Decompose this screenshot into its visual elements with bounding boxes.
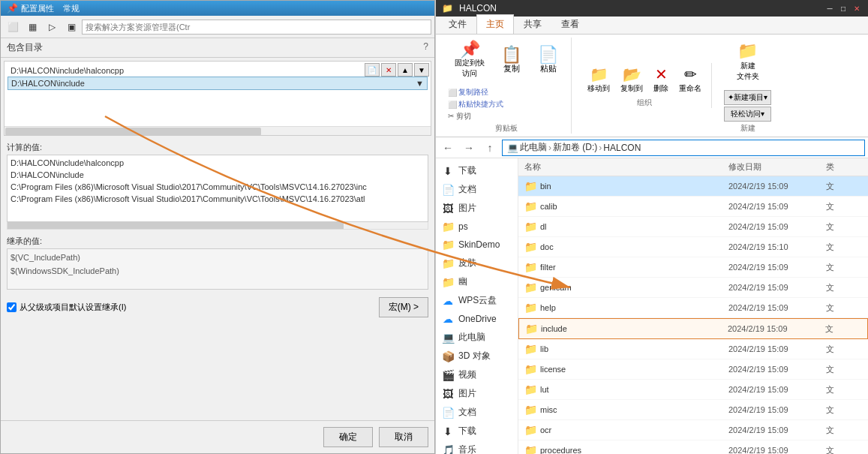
new-folder-button[interactable]: 📁 新建 文件夹 — [730, 38, 766, 86]
nav-skin-label: 皮肤 — [458, 257, 476, 269]
inherit-checkbox[interactable] — [7, 302, 17, 312]
toolbar-btn-4[interactable]: ▣ — [62, 19, 80, 35]
file-row-ocr[interactable]: 📁 ocr 2024/2/19 15:09 文 — [518, 420, 868, 440]
copy-button[interactable]: 📋 复制 — [494, 43, 528, 78]
minimize-button[interactable]: ─ — [824, 3, 835, 14]
delete-btn[interactable]: ✕ — [381, 63, 396, 77]
ribbon-bar: 📌 固定到快 访问 📋 复制 📄 粘贴 ⬜ 复制路径 ⬜ — [436, 35, 868, 137]
nav-misc-icon: 📁 — [442, 276, 454, 288]
file-date-ocr: 2024/2/19 15:09 — [725, 424, 823, 436]
folder-icon-help: 📁 — [524, 302, 537, 314]
file-row-procedures[interactable]: 📁 procedures 2024/2/19 15:09 文 — [518, 440, 868, 454]
file-row-calib[interactable]: 📁 calib 2024/2/19 15:09 文 — [518, 197, 868, 217]
config-tab-common: 常规 — [63, 3, 80, 14]
file-row-doc[interactable]: 📁 doc 2024/2/19 15:10 文 — [518, 237, 868, 257]
nav-misc[interactable]: 📁 幽 — [436, 272, 518, 291]
col-name-header[interactable]: 名称 — [518, 160, 725, 174]
h-scrollbar[interactable] — [5, 126, 431, 135]
back-button[interactable]: ← — [439, 140, 457, 156]
tab-share[interactable]: 共享 — [514, 14, 551, 34]
nav-ps[interactable]: 📁 ps — [436, 218, 518, 236]
tab-home[interactable]: 主页 — [476, 14, 514, 34]
paste-shortcut-icon: ⬜ — [448, 101, 457, 109]
move-up-btn[interactable]: ▲ — [398, 63, 413, 77]
dropdown-arrow-icon[interactable]: ▼ — [416, 79, 424, 88]
nav-skin-icon: 📁 — [442, 257, 454, 269]
easy-access-button[interactable]: 轻松访问▾ — [724, 107, 771, 122]
paste-icon: 📄 — [538, 47, 558, 63]
nav-pictures2[interactable]: 🖼 图片 — [436, 384, 518, 403]
nav-docs2[interactable]: 📄 文档 — [436, 403, 518, 422]
ribbon-tabs: 文件 主页 共享 查看 — [436, 17, 868, 35]
paste-shortcut-btn[interactable]: ⬜ 粘贴快捷方式 — [448, 99, 503, 110]
copy-path-icon: ⬜ — [448, 89, 457, 97]
nav-documents[interactable]: 📄 文档 — [436, 180, 518, 199]
file-row-filter[interactable]: 📁 filter 2024/2/19 15:09 文 — [518, 257, 868, 278]
question-mark[interactable]: ? — [423, 41, 428, 54]
file-row-license[interactable]: 📁 license 2024/2/19 15:09 文 — [518, 359, 868, 380]
nav-skindemo[interactable]: 📁 SkinDemo — [436, 236, 518, 254]
file-list: 名称 修改日期 类 📁 bin 2024/2/19 15:09 文 📁 cali… — [518, 158, 868, 454]
breadcrumb-path[interactable]: 💻 此电脑 › 新加卷 (D:) › HALCON — [502, 140, 865, 156]
toolbar-btn-2[interactable]: ▦ — [23, 19, 41, 35]
nav-download2[interactable]: ⬇ 下载 — [436, 422, 518, 440]
nav-wps-cloud[interactable]: ☁ WPS云盘 — [436, 291, 518, 310]
macro-button[interactable]: 宏(M) > — [379, 297, 428, 317]
new-item-button[interactable]: ✦新建项目▾ — [724, 90, 771, 105]
col-date-header[interactable]: 修改日期 — [725, 160, 823, 174]
cancel-button[interactable]: 取消 — [379, 427, 428, 447]
ok-button[interactable]: 确定 — [323, 427, 373, 447]
nav-docs-label: 文档 — [458, 183, 476, 196]
move-to-button[interactable]: 📁 移动到 — [584, 63, 614, 96]
file-row-lib[interactable]: 📁 lib 2024/2/19 15:09 文 — [518, 339, 868, 359]
folder-icon-ocr: 📁 — [524, 424, 537, 436]
nav-music[interactable]: 🎵 音乐 — [436, 440, 518, 454]
computed-scrollbar[interactable] — [7, 222, 428, 230]
nav-pictures[interactable]: 🖼 图片 — [436, 199, 518, 218]
file-row-misc[interactable]: 📁 misc 2024/2/19 15:09 文 — [518, 400, 868, 420]
nav-onedrive[interactable]: ☁ OneDrive — [436, 310, 518, 328]
toolbar-btn-3[interactable]: ▷ — [43, 19, 61, 35]
folder-icon-lut: 📁 — [524, 383, 537, 395]
new-line-btn[interactable]: 📄 — [365, 63, 380, 77]
nav-3d[interactable]: 📦 3D 对象 — [436, 347, 518, 365]
file-row-include[interactable]: 📁 include 2024/2/19 15:09 文 — [518, 318, 868, 339]
copy-to-button[interactable]: 📂 复制到 — [617, 63, 647, 96]
address-bar: ← → ↑ 💻 此电脑 › 新加卷 (D:) › HALCON — [436, 137, 868, 158]
file-row-bin[interactable]: 📁 bin 2024/2/19 15:09 文 — [518, 176, 868, 197]
pin-icon: 📌 — [460, 41, 480, 58]
folder-icon-license: 📁 — [524, 363, 537, 375]
tab-view[interactable]: 查看 — [551, 14, 589, 34]
pin-quick-access-button[interactable]: 📌 固定到快 访问 — [448, 38, 491, 83]
file-name-procedures: 📁 procedures — [518, 443, 725, 454]
move-down-btn[interactable]: ▼ — [414, 63, 429, 77]
clipboard-group-label: 剪贴板 — [495, 123, 518, 134]
forward-button[interactable]: → — [460, 140, 478, 156]
toolbar-btn-1[interactable]: ⬜ — [4, 19, 22, 35]
rename-button[interactable]: ✏ 重命名 — [675, 63, 705, 96]
file-date-help: 2024/2/19 15:09 — [725, 302, 823, 314]
file-row-dl[interactable]: 📁 dl 2024/2/19 15:09 文 — [518, 217, 868, 237]
delete-button[interactable]: ✕ 删除 — [650, 63, 672, 96]
search-input[interactable] — [82, 20, 431, 35]
file-row-genicam[interactable]: 📁 genicam 2024/2/19 15:09 文 — [518, 278, 868, 298]
nav-download[interactable]: ⬇ 下载 — [436, 161, 518, 180]
paste-button[interactable]: 📄 粘贴 — [531, 43, 565, 78]
file-row-lut[interactable]: 📁 lut 2024/2/19 15:09 文 — [518, 380, 868, 400]
file-row-help[interactable]: 📁 help 2024/2/19 15:09 文 — [518, 298, 868, 318]
up-button[interactable]: ↑ — [481, 140, 499, 156]
nav-skin[interactable]: 📁 皮肤 — [436, 254, 518, 272]
close-button[interactable]: ✕ — [851, 3, 862, 14]
maximize-button[interactable]: □ — [838, 3, 848, 14]
tab-file[interactable]: 文件 — [439, 14, 476, 34]
cut-btn[interactable]: ✂ 剪切 — [448, 111, 503, 122]
pin-icon: 📌 — [7, 3, 18, 14]
copy-path-btn[interactable]: ⬜ 复制路径 — [448, 87, 503, 98]
nav-pics-label: 图片 — [458, 202, 476, 215]
file-name-filter: 📁 filter — [518, 260, 725, 275]
col-type-header[interactable]: 类 — [823, 160, 868, 174]
nav-wps-label: WPS云盘 — [458, 294, 497, 307]
nav-video[interactable]: 🎬 视频 — [436, 365, 518, 384]
dir-item-selected[interactable]: D:\HALCON\include ▼ — [8, 77, 428, 90]
nav-thispc[interactable]: 💻 此电脑 — [436, 328, 518, 347]
